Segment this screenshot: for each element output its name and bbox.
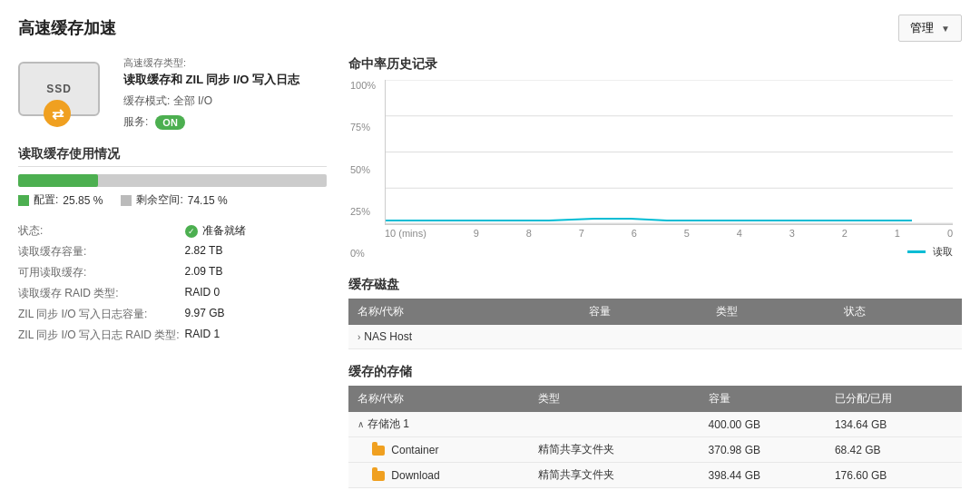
avail-read-cache-row: 可用读取缓存: 2.09 TB <box>18 262 327 283</box>
progress-legend: 配置: 25.85 % 剩余空间: 74.15 % <box>18 192 327 208</box>
chevron-right-icon: › <box>358 332 360 342</box>
ssd-section: SSD ⇄ 高速缓存类型: 读取缓存和 ZIL 同步 I/O 写入日志 缓存模式… <box>18 56 327 130</box>
ssd-service-label: 服务: <box>123 114 148 130</box>
storage-col-capacity: 容量 <box>700 386 826 412</box>
ssd-mode-value: 全部 I/O <box>173 94 212 107</box>
chart-area <box>385 80 953 225</box>
chart-title: 命中率历史记录 <box>348 56 962 73</box>
main-content: SSD ⇄ 高速缓存类型: 读取缓存和 ZIL 同步 I/O 写入日志 缓存模式… <box>18 56 962 500</box>
zil-cap-label: ZIL 同步 I/O 写入日志容量: <box>18 304 185 325</box>
read-cache-section-title: 读取缓存使用情况 <box>18 146 327 167</box>
zil-raid-label: ZIL 同步 I/O 写入日志 RAID 类型: <box>18 325 185 346</box>
read-cache-raid-label: 读取缓存 RAID 类型: <box>18 283 185 304</box>
read-cache-cap-row: 读取缓存容量: 2.82 TB <box>18 241 327 262</box>
service-toggle[interactable]: ON <box>155 115 185 130</box>
read-cache-raid-value: RAID 0 <box>185 283 327 304</box>
storage-item-download: Download 精简共享文件夹 398.44 GB 176.60 GB <box>348 463 962 488</box>
chart-svg <box>386 80 953 224</box>
cache-disk-title: 缓存磁盘 <box>348 277 962 293</box>
chart-section: 命中率历史记录 100% 75% 50% 25% 0% <box>348 56 962 259</box>
ssd-mode-line: 缓存模式: 全部 I/O <box>123 93 327 109</box>
cached-storage-section: 缓存的存储 名称/代称 类型 容量 已分配/已用 <box>348 364 962 488</box>
chart-y-labels: 100% 75% 50% 25% 0% <box>350 80 376 259</box>
pool-name: ∧ 存储池 1 <box>358 417 520 432</box>
chart-legend: 读取 <box>385 245 953 259</box>
col-status: 状态 <box>835 299 962 325</box>
chart-wrapper: 100% 75% 50% 25% 0% <box>385 80 953 259</box>
ssd-type-value: 读取缓存和 ZIL 同步 I/O 写入日志 <box>123 72 327 88</box>
ssd-info: 高速缓存类型: 读取缓存和 ZIL 同步 I/O 写入日志 缓存模式: 全部 I… <box>123 56 327 130</box>
right-panel: 命中率历史记录 100% 75% 50% 25% 0% <box>348 56 962 500</box>
status-label: 状态: <box>18 221 185 241</box>
zil-raid-row: ZIL 同步 I/O 写入日志 RAID 类型: RAID 1 <box>18 325 327 346</box>
folder-icon <box>372 446 385 456</box>
cached-storage-title: 缓存的存储 <box>348 364 962 380</box>
page-header: 高速缓存加速 管理 ▼ <box>18 15 962 42</box>
info-table: 状态: ✓ 准备就绪 读取缓存容量: 2.82 TB 可用读取缓 <box>18 221 327 346</box>
read-cache-raid-row: 读取缓存 RAID 类型: RAID 0 <box>18 283 327 304</box>
manage-button[interactable]: 管理 ▼ <box>898 15 962 42</box>
storage-item-container: Container 精简共享文件夹 370.98 GB 68.42 GB <box>348 437 962 463</box>
legend-line-icon <box>907 250 926 253</box>
ssd-mode-label: 缓存模式: <box>123 94 170 107</box>
nas-host-row: › NAS Host <box>348 325 962 349</box>
legend-gray-dot <box>121 195 132 206</box>
read-cache-cap-value: 2.82 TB <box>185 241 327 262</box>
ssd-service-line: 服务: ON <box>123 114 327 130</box>
legend-allocated: 配置: 25.85 % <box>18 192 103 208</box>
ssd-sync-icon: ⇄ <box>44 100 71 127</box>
chevron-down-icon: ∧ <box>358 419 364 429</box>
avail-read-cache-value: 2.09 TB <box>185 262 327 283</box>
storage-table-header: 名称/代称 类型 容量 已分配/已用 <box>348 386 962 412</box>
chart-x-labels: 10 (mins) 9 8 7 6 5 4 3 2 1 0 <box>385 225 953 241</box>
ssd-type-label: 高速缓存类型: <box>123 56 327 70</box>
legend-remaining-value: 74.15 % <box>188 194 228 207</box>
cache-disk-header: 名称/代称 容量 类型 状态 <box>348 299 962 325</box>
status-icon: ✓ <box>185 225 198 238</box>
status-row: 状态: ✓ 准备就绪 <box>18 221 327 241</box>
cache-disk-section: 缓存磁盘 名称/代称 容量 类型 状态 <box>348 277 962 349</box>
storage-col-allocated: 已分配/已用 <box>826 386 962 412</box>
cache-disk-table: 名称/代称 容量 类型 状态 › NAS Host <box>348 299 962 349</box>
status-ready: ✓ 准备就绪 <box>185 223 321 239</box>
legend-remaining-label: 剩余空间: <box>136 192 182 208</box>
storage-col-name: 名称/代称 <box>348 386 529 412</box>
folder-icon <box>372 471 385 481</box>
legend-remaining: 剩余空间: 74.15 % <box>121 192 227 208</box>
avail-read-cache-label: 可用读取缓存: <box>18 262 185 283</box>
chevron-down-icon: ▼ <box>941 24 950 34</box>
chart-legend-label: 读取 <box>933 245 953 259</box>
col-capacity: 容量 <box>580 299 707 325</box>
left-panel: SSD ⇄ 高速缓存类型: 读取缓存和 ZIL 同步 I/O 写入日志 缓存模式… <box>18 56 327 500</box>
zil-cap-value: 9.97 GB <box>185 304 327 325</box>
storage-pool-row: ∧ 存储池 1 400.00 GB 134.64 GB <box>348 412 962 437</box>
status-value: 准备就绪 <box>202 223 246 239</box>
legend-allocated-label: 配置: <box>34 192 58 208</box>
nas-host-name: › NAS Host <box>358 330 571 343</box>
progress-bar-fill <box>18 174 98 187</box>
legend-allocated-value: 25.85 % <box>63 194 103 207</box>
zil-cap-row: ZIL 同步 I/O 写入日志容量: 9.97 GB <box>18 304 327 325</box>
legend-green-dot <box>18 195 29 206</box>
page-title: 高速缓存加速 <box>18 17 116 39</box>
ssd-icon: SSD ⇄ <box>18 56 109 129</box>
col-type: 类型 <box>707 299 834 325</box>
storage-col-type: 类型 <box>529 386 699 412</box>
col-name: 名称/代称 <box>348 299 580 325</box>
cached-storage-table: 名称/代称 类型 容量 已分配/已用 ∧ 存储池 1 <box>348 386 962 488</box>
read-cache-progress-bar <box>18 174 327 187</box>
read-cache-cap-label: 读取缓存容量: <box>18 241 185 262</box>
zil-raid-value: RAID 1 <box>185 325 327 346</box>
